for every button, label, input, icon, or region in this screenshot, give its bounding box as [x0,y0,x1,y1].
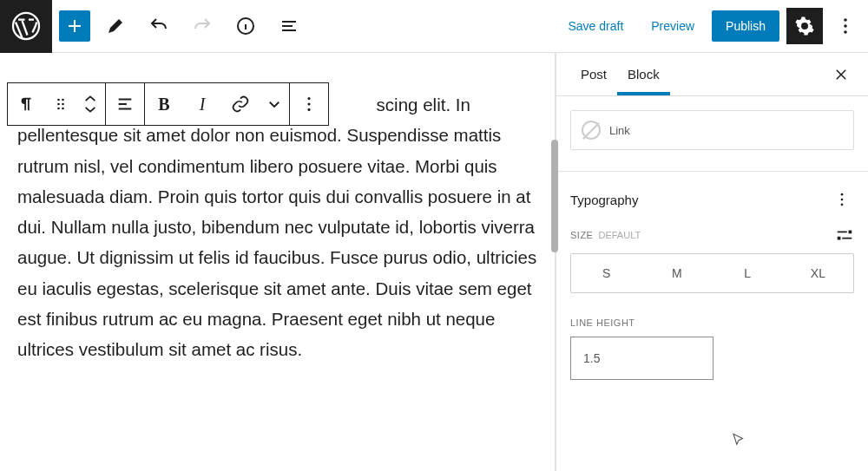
align-button[interactable] [106,83,144,125]
svg-point-11 [307,97,310,100]
line-height-input[interactable] [570,337,713,380]
tab-block[interactable]: Block [617,53,670,95]
link-icon [231,95,250,114]
scrollbar-thumb[interactable] [551,140,558,252]
typography-title: Typography [570,193,638,207]
chevron-down-icon [83,105,97,114]
svg-point-9 [57,108,60,110]
size-option-s[interactable]: S [571,254,641,292]
list-view-icon [279,16,299,36]
redo-button [184,8,220,44]
size-label: Size [570,230,593,240]
close-sidebar-button[interactable] [828,62,854,88]
redo-icon [192,16,213,36]
no-color-icon [582,121,601,140]
sidebar-tabs: Post Block [556,53,868,96]
svg-point-3 [844,24,847,28]
kebab-icon [833,191,851,208]
more-rich-text-button[interactable] [260,83,289,125]
svg-point-8 [62,103,64,106]
kebab-icon [299,95,319,114]
save-draft-button[interactable]: Save draft [557,12,634,40]
svg-point-12 [307,102,310,105]
paragraph-icon [17,95,36,114]
add-block-button[interactable] [59,10,90,42]
bold-icon: B [158,95,169,114]
svg-point-16 [841,204,844,206]
drag-handle[interactable] [46,83,76,125]
chevron-down-icon [266,96,282,112]
sidebar-divider [555,53,556,471]
line-height-label: Line Height [570,317,854,328]
link-color-label: Link [609,124,630,137]
size-default-label: Default [598,230,641,240]
svg-point-2 [844,18,847,22]
svg-point-4 [844,30,847,34]
top-left-tools [59,8,307,44]
block-toolbar: B I [7,82,329,126]
svg-point-7 [57,103,60,106]
size-settings-button[interactable] [835,226,854,245]
outline-button[interactable] [271,8,307,44]
editor-column: B I Lorem ipsum dolor sit amet, consecte… [0,53,555,471]
typography-options-button[interactable] [830,187,854,212]
publish-button[interactable]: Publish [712,10,779,42]
chevron-up-icon [83,95,97,103]
wordpress-logo[interactable] [0,0,52,53]
svg-point-5 [57,99,60,101]
svg-point-6 [62,99,64,101]
svg-point-10 [62,108,64,110]
info-icon [235,16,256,36]
sidebar-body: Link Typography Size Default S M L [556,96,868,394]
more-menu-button[interactable] [830,10,861,42]
settings-sidebar: Post Block Link Typography Size Default [556,53,868,471]
main-area: B I Lorem ipsum dolor sit amet, consecte… [0,53,868,471]
paragraph-block-button[interactable] [8,83,46,125]
align-left-icon [115,95,135,114]
pencil-icon [105,16,126,36]
block-more-options[interactable] [290,83,328,125]
preview-button[interactable]: Preview [641,12,705,40]
tab-post[interactable]: Post [570,53,617,95]
size-option-xl[interactable]: XL [783,254,853,292]
size-option-l[interactable]: L [713,254,783,292]
link-button[interactable] [221,83,260,125]
italic-icon: I [200,95,206,114]
top-right-tools: Save draft Preview Publish [557,8,861,44]
svg-point-14 [841,193,844,196]
close-icon [833,67,849,82]
typography-panel-header: Typography [570,187,854,212]
tools-button[interactable] [97,8,134,44]
plus-icon [64,16,85,36]
svg-point-13 [307,108,310,111]
size-button-group: S M L XL [570,253,854,293]
undo-icon [148,16,169,36]
italic-button[interactable]: I [183,83,221,125]
sliders-icon [835,226,854,245]
svg-point-15 [841,199,844,201]
gear-icon [794,16,815,36]
info-button[interactable] [227,8,264,44]
kebab-icon [835,16,856,36]
move-buttons[interactable] [76,83,105,125]
wordpress-icon [10,10,42,42]
settings-button[interactable] [786,8,823,44]
bold-button[interactable]: B [145,83,183,125]
color-link-row[interactable]: Link [570,110,854,150]
drag-icon [52,95,69,113]
undo-button[interactable] [141,8,177,44]
top-toolbar: Save draft Preview Publish [0,0,868,53]
size-header: Size Default [570,226,854,245]
size-option-m[interactable]: M [641,254,712,292]
